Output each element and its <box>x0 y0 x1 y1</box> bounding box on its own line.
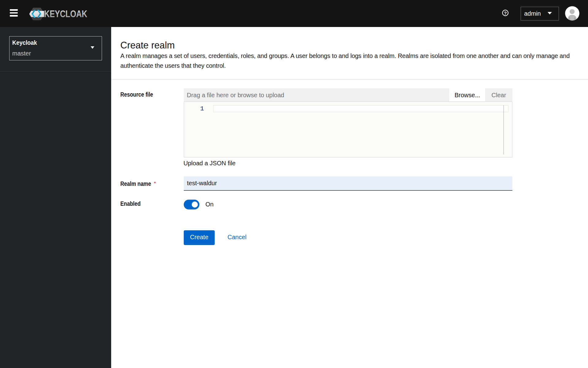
svg-text:KEYCLOAK: KEYCLOAK <box>44 9 87 19</box>
svg-text:?: ? <box>504 10 507 15</box>
